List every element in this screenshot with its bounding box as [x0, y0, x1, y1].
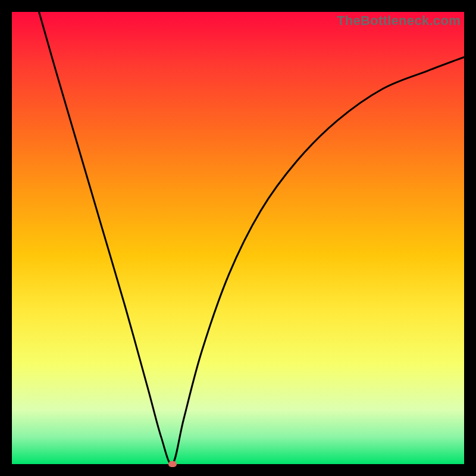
curve-layer [12, 12, 464, 464]
plot-area: TheBottleneck.com [12, 12, 464, 464]
bottleneck-curve [39, 12, 464, 465]
minimum-marker [168, 461, 177, 467]
chart-frame: TheBottleneck.com [0, 0, 476, 476]
